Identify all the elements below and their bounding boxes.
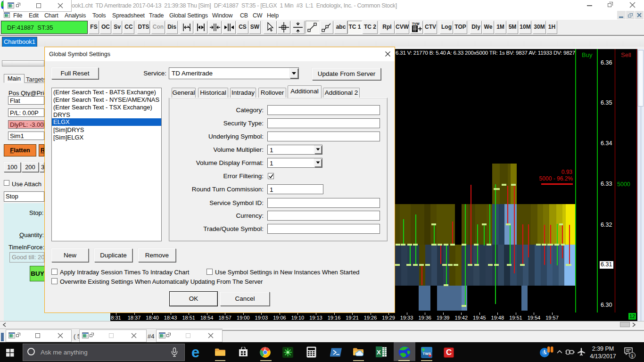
svg-text:X: X [377,349,381,356]
svg-text:TWS: TWS [423,352,431,356]
svg-text:TVW: TVW [412,22,420,25]
